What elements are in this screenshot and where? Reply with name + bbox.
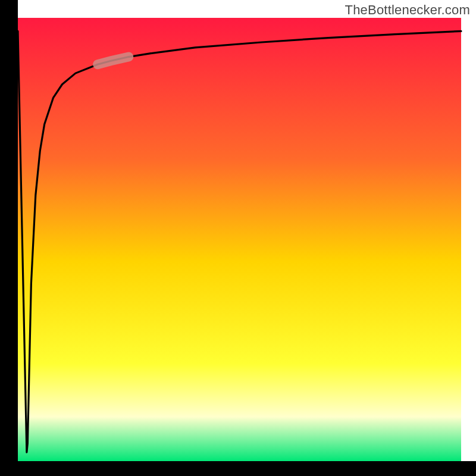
- chart-stage: TheBottlenecker.com: [0, 0, 476, 476]
- frame-left: [0, 0, 18, 476]
- bottleneck-chart: [0, 0, 476, 476]
- frame-bottom: [0, 461, 476, 476]
- plot-background: [18, 18, 461, 461]
